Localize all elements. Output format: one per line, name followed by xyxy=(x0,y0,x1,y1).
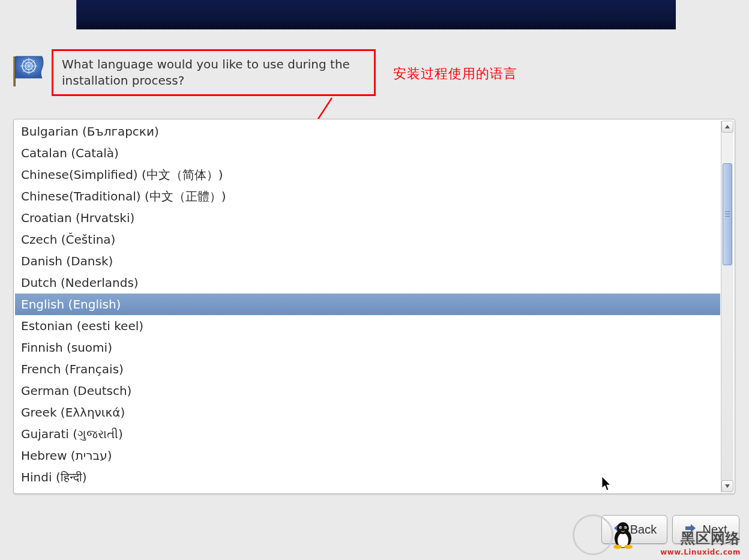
scrollbar[interactable] xyxy=(721,121,733,492)
language-option[interactable]: Dutch (Nederlands) xyxy=(15,272,720,294)
language-option[interactable]: Gujarati (ગુજરાતી) xyxy=(15,423,720,445)
back-button-label: Back xyxy=(630,523,657,537)
language-option[interactable]: German (Deutsch) xyxy=(15,380,720,402)
arrow-right-icon xyxy=(684,522,697,537)
annotation-label: 安装过程使用的语言 xyxy=(393,65,517,83)
next-button-label: Next xyxy=(702,523,727,537)
flag-icon xyxy=(8,50,47,89)
scroll-up-button[interactable] xyxy=(721,121,733,133)
language-option[interactable]: Chinese(Simplified) (中文（简体）) xyxy=(15,164,720,185)
window-header-bar xyxy=(76,0,676,29)
scroll-thumb[interactable] xyxy=(723,163,732,265)
language-option[interactable]: Catalan (Català) xyxy=(15,142,720,164)
prompt-highlight-box: What language would you like to use duri… xyxy=(52,49,376,96)
language-list[interactable]: Bulgarian (Български)Catalan (Català)Chi… xyxy=(15,121,720,492)
svg-point-16 xyxy=(613,545,622,549)
language-option[interactable]: French (Français) xyxy=(15,358,720,380)
arrow-left-icon xyxy=(612,522,625,537)
installer-prompt-text: What language would you like to use duri… xyxy=(62,56,365,89)
language-option[interactable]: Danish (Dansk) xyxy=(15,250,720,272)
watermark-url: www.Linuxidc.com xyxy=(660,548,741,556)
language-option[interactable]: Croatian (Hrvatski) xyxy=(15,207,720,229)
svg-rect-1 xyxy=(13,56,16,86)
chevron-up-icon xyxy=(724,124,730,129)
back-button[interactable]: Back xyxy=(601,515,667,544)
language-option[interactable]: English (English) xyxy=(15,294,720,315)
chevron-down-icon xyxy=(724,484,730,489)
svg-point-17 xyxy=(624,545,633,549)
language-option[interactable]: Finnish (suomi) xyxy=(15,337,720,358)
language-option[interactable]: Estonian (eesti keel) xyxy=(15,315,720,337)
language-list-panel: Bulgarian (Български)Catalan (Català)Chi… xyxy=(13,119,735,494)
language-option[interactable]: Bulgarian (Български) xyxy=(15,121,720,142)
language-option[interactable]: Hebrew (עברית) xyxy=(15,445,720,466)
language-option[interactable]: Greek (Ελληνικά) xyxy=(15,402,720,423)
language-option[interactable]: Hindi (हिन्दी) xyxy=(15,466,720,488)
language-option[interactable]: Chinese(Traditional) (中文（正體）) xyxy=(15,185,720,207)
next-button[interactable]: Next xyxy=(672,515,739,544)
language-option[interactable]: Czech (Čeština) xyxy=(15,229,720,250)
scroll-down-button[interactable] xyxy=(721,480,733,492)
